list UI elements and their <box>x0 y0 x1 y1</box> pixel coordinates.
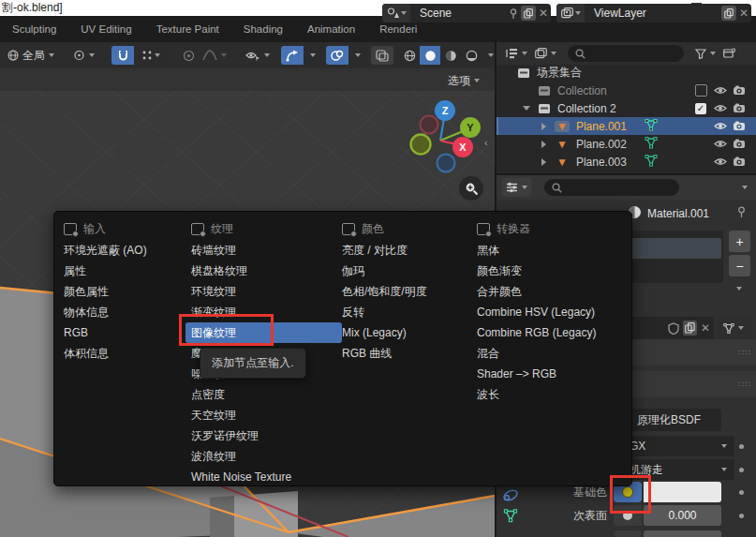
outliner-filter-dropdown[interactable] <box>691 44 719 63</box>
gizmo-axis-neg-x[interactable] <box>421 116 438 134</box>
menu-item-shader-to-rgb[interactable]: Shader –> RGB <box>477 364 625 384</box>
menu-item-wave-texture[interactable]: 波浪纹理 <box>191 446 336 467</box>
menu-item-rgb[interactable]: RGB <box>64 322 187 343</box>
solid-shading-button[interactable] <box>420 46 440 65</box>
scene-collection-label[interactable]: 场景集合 <box>537 65 582 81</box>
menu-item-mix-legacy[interactable]: Mix (Legacy) <box>342 322 473 343</box>
object-name[interactable]: Plane.002 <box>576 138 627 151</box>
menu-item-sky-texture[interactable]: 天空纹理 <box>191 405 336 425</box>
menu-item-color-ramp[interactable]: 颜色渐变 <box>477 261 625 281</box>
hide-eye-icon[interactable] <box>714 139 727 149</box>
menu-item-rgb-curves[interactable]: RGB 曲线 <box>342 343 473 364</box>
panel-drag-grip[interactable]: ∷∷ <box>739 348 751 357</box>
fake-user-shield-icon[interactable] <box>668 322 679 335</box>
properties-search-input[interactable] <box>544 179 679 196</box>
distribution-dropdown[interactable]: GX <box>616 436 734 456</box>
show-overlays-toggle[interactable] <box>326 46 348 65</box>
outliner-display-mode-dropdown[interactable] <box>502 44 531 63</box>
menu-item-ambient-occlusion[interactable]: 环境光遮蔽 (AO) <box>64 240 187 261</box>
gizmo-settings-dropdown[interactable] <box>304 46 322 65</box>
disable-render-camera-icon[interactable] <box>733 139 746 149</box>
snap-toggle[interactable] <box>111 46 134 65</box>
menu-item-checker-texture[interactable]: 棋盘格纹理 <box>191 261 336 281</box>
selectability-dropdown[interactable] <box>242 46 274 65</box>
outliner-row-scene-collection[interactable]: 场景集合 <box>497 64 756 82</box>
menu-item-combine-rgb-legacy[interactable]: Combine RGB (Legacy) <box>477 322 625 343</box>
options-dropdown[interactable]: 选项 <box>444 71 483 90</box>
tab-texture-paint[interactable]: Texture Paint <box>144 16 231 42</box>
remove-viewlayer-icon[interactable]: ✕ <box>736 6 751 21</box>
remove-material-slot-button[interactable]: − <box>729 255 750 276</box>
material-preview-button[interactable] <box>440 46 461 65</box>
overlays-settings-dropdown[interactable] <box>348 46 367 65</box>
base-color-swatch[interactable] <box>644 482 721 502</box>
menu-item-blackbody[interactable]: 黑体 <box>477 240 625 261</box>
viewlayer-selector[interactable]: ViewLayer ✕ <box>556 4 751 22</box>
add-material-slot-button[interactable]: + <box>729 231 750 252</box>
menu-item-attribute[interactable]: 属性 <box>64 261 187 281</box>
copy-scene-icon[interactable] <box>521 6 536 21</box>
menu-item-brightness-contrast[interactable]: 亮度 / 对比度 <box>342 240 473 261</box>
xray-toggle[interactable] <box>371 46 393 65</box>
menu-item-invert[interactable]: 反转 <box>342 302 473 322</box>
expand-arrow-icon[interactable] <box>541 158 546 166</box>
proportional-edit-toggle[interactable] <box>179 46 199 65</box>
menu-item-environment-texture[interactable]: 环境纹理 <box>191 281 336 302</box>
sidebar-collapse-arrow[interactable]: ‹ <box>484 137 488 148</box>
pivot-point-dropdown[interactable] <box>69 46 98 65</box>
outliner-row-collection[interactable]: Collection <box>497 82 756 99</box>
disable-render-camera-icon[interactable] <box>733 103 746 113</box>
collection-name[interactable]: Collection 2 <box>557 102 616 115</box>
menu-item-hue-saturation-value[interactable]: 色相/饱和度/明度 <box>342 281 473 302</box>
gizmo-axis-z[interactable]: Z <box>435 100 455 121</box>
menu-item-combine-color[interactable]: 合并颜色 <box>477 281 625 302</box>
viewport-zoom-button[interactable] <box>459 176 483 201</box>
chevron-down-icon[interactable] <box>742 186 748 189</box>
menu-item-object-info[interactable]: 物体信息 <box>64 302 187 322</box>
transform-orientation-dropdown[interactable]: 全局 <box>4 46 58 65</box>
menu-item-white-noise-texture[interactable]: White Noise Texture <box>191 467 336 487</box>
menu-item-brick-texture[interactable]: 砖墙纹理 <box>191 240 336 261</box>
menu-item-mix[interactable]: 混合 <box>477 343 625 364</box>
expand-arrow-icon[interactable] <box>523 106 530 111</box>
physics-properties-tab[interactable] <box>502 487 519 506</box>
object-name[interactable]: Plane.003 <box>576 156 627 169</box>
next-field-partial[interactable] <box>644 530 721 537</box>
menu-item-color-attribute[interactable]: 颜色属性 <box>64 281 187 302</box>
disable-render-camera-icon[interactable] <box>733 121 746 131</box>
tab-uv-editing[interactable]: UV Editing <box>68 16 143 42</box>
collection-name[interactable]: Collection <box>557 84 607 97</box>
unlink-scene-icon[interactable]: ✕ <box>536 6 551 21</box>
outliner-row-plane-002[interactable]: ▼ Plane.002 <box>497 135 756 153</box>
pin-icon[interactable] <box>736 206 747 220</box>
menu-item-combine-hsv-legacy[interactable]: Combine HSV (Legacy) <box>477 302 625 322</box>
proportional-falloff-dropdown[interactable] <box>199 46 230 65</box>
object-name[interactable]: Plane.001 <box>576 120 627 133</box>
viewlayer-name[interactable]: ViewLayer <box>585 7 721 20</box>
menu-item-wavelength[interactable]: 波长 <box>477 384 625 405</box>
show-gizmo-toggle[interactable] <box>281 46 304 65</box>
keyframe-dot[interactable] <box>739 514 744 518</box>
copy-material-icon[interactable] <box>683 321 697 336</box>
new-collection-button[interactable] <box>721 46 736 61</box>
gizmo-axis-neg-y[interactable] <box>411 135 431 155</box>
outliner-row-collection-2[interactable]: Collection 2 ✓ <box>497 99 756 117</box>
hide-eye-icon[interactable] <box>714 157 727 167</box>
wireframe-shading-button[interactable] <box>399 46 420 65</box>
keyframe-dot[interactable] <box>739 490 744 495</box>
viewlayer-browse-button[interactable] <box>556 4 585 22</box>
mesh-data-dropdown[interactable] <box>716 317 751 339</box>
scene-selector[interactable]: Scene ✕ <box>382 4 551 22</box>
hide-eye-icon[interactable] <box>714 103 727 113</box>
outliner-filter-type-dropdown[interactable] <box>531 44 560 63</box>
breadcrumb-material-name[interactable]: Material.001 <box>647 207 709 220</box>
unlink-material-icon[interactable]: ✕ <box>701 321 710 335</box>
material-specials-dropdown[interactable] <box>736 287 742 291</box>
exclude-checkbox-unchecked[interactable] <box>695 84 707 97</box>
exclude-checkbox-checked[interactable]: ✓ <box>695 103 706 114</box>
hide-eye-icon[interactable] <box>714 121 727 131</box>
pin-icon[interactable] <box>506 6 521 21</box>
expand-arrow-icon[interactable] <box>541 123 546 130</box>
object-data-properties-tab[interactable] <box>503 509 518 526</box>
snap-settings-dropdown[interactable] <box>134 46 168 65</box>
